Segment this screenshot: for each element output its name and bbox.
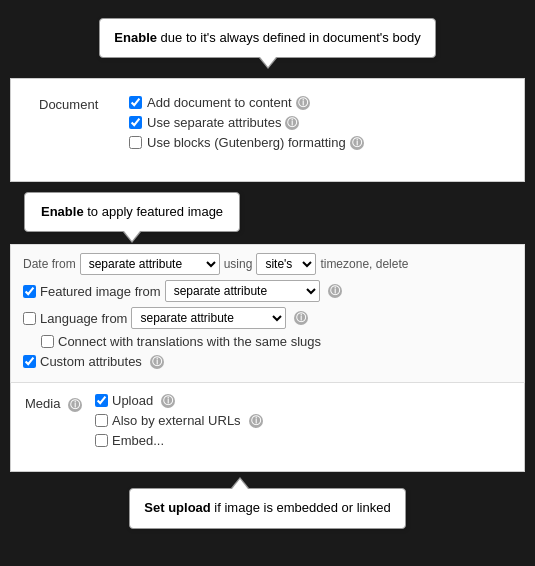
custom-attr-checkbox[interactable] (23, 355, 36, 368)
document-content: Add document to content ⓘ Use separate a… (129, 95, 496, 155)
external-row: Also by external URLs ⓘ (95, 413, 510, 428)
add-doc-label: Add document to content (147, 95, 292, 110)
translations-checkbox[interactable] (41, 335, 54, 348)
media-content: Upload ⓘ Also by external URLs ⓘ Embed..… (95, 393, 510, 453)
media-info-icon[interactable]: ⓘ (68, 398, 82, 412)
upload-label: Upload (112, 393, 153, 408)
tooltip-mid-bold: Enable (41, 204, 84, 219)
featured-row: Featured image from separate attribute ⓘ (23, 280, 512, 302)
featured-source-select[interactable]: separate attribute (165, 280, 320, 302)
translations-row: Connect with translations with the same … (23, 334, 512, 349)
tooltip-top-bold: Enable (114, 30, 157, 45)
delete-label: timezone, delete (320, 257, 408, 271)
blocks-label: Use blocks (Gutenberg) formatting (147, 135, 346, 150)
language-source-select[interactable]: separate attribute (131, 307, 286, 329)
custom-attr-label: Custom attributes (40, 354, 142, 369)
add-doc-row: Add document to content ⓘ (129, 95, 496, 110)
date-row: Date from separate attribute using site'… (23, 253, 512, 275)
sep-attr-checkbox[interactable] (129, 116, 142, 129)
document-label: Document (39, 95, 129, 112)
mid-panel: Date from separate attribute using site'… (10, 244, 525, 383)
media-label-container: Media ⓘ (25, 393, 95, 412)
sep-attr-label: Use separate attributes (147, 115, 281, 130)
featured-info-icon[interactable]: ⓘ (328, 284, 342, 298)
language-checkbox[interactable] (23, 312, 36, 325)
bottom-panel: Media ⓘ Upload ⓘ Also by external URLs ⓘ… (10, 383, 525, 472)
language-row: Language from separate attribute ⓘ (23, 307, 512, 329)
tooltip-bottom-bubble: Set upload if image is embedded or linke… (129, 488, 405, 528)
custom-attr-info-icon[interactable]: ⓘ (150, 355, 164, 369)
tooltip-mid-container: Enable to apply featured image (10, 192, 525, 244)
external-checkbox[interactable] (95, 414, 108, 427)
sep-attr-info-icon[interactable]: ⓘ (285, 116, 299, 130)
date-source-select[interactable]: separate attribute (80, 253, 220, 275)
tooltip-top-rest: due to it's always defined in document's… (157, 30, 421, 45)
blocks-checkbox[interactable] (129, 136, 142, 149)
language-info-icon[interactable]: ⓘ (294, 311, 308, 325)
upload-checkbox[interactable] (95, 394, 108, 407)
document-row: Document Add document to content ⓘ Use s… (39, 95, 496, 155)
media-row: Media ⓘ Upload ⓘ Also by external URLs ⓘ… (25, 389, 510, 457)
media-label-text: Media (25, 396, 60, 411)
external-info-icon[interactable]: ⓘ (249, 414, 263, 428)
embed-label: Embed... (112, 433, 164, 448)
tooltip-top-container: Enable due to it's always defined in doc… (10, 10, 525, 78)
translations-label: Connect with translations with the same … (58, 334, 321, 349)
featured-checkbox[interactable] (23, 285, 36, 298)
blocks-row: Use blocks (Gutenberg) formatting ⓘ (129, 135, 496, 150)
custom-attr-row: Custom attributes ⓘ (23, 354, 512, 369)
upload-row: Upload ⓘ (95, 393, 510, 408)
embed-checkbox[interactable] (95, 434, 108, 447)
add-doc-checkbox[interactable] (129, 96, 142, 109)
tooltip-mid-rest: to apply featured image (84, 204, 223, 219)
tooltip-bottom-bold: Set upload (144, 500, 210, 515)
embed-row: Embed... (95, 433, 510, 448)
tooltip-bottom-container: Set upload if image is embedded or linke… (10, 480, 525, 528)
featured-label: Featured image from (40, 284, 161, 299)
sep-attr-row: Use separate attributes ⓘ (129, 115, 496, 130)
external-label: Also by external URLs (112, 413, 241, 428)
language-label: Language from (40, 311, 127, 326)
tooltip-mid-bubble: Enable to apply featured image (24, 192, 240, 232)
add-doc-info-icon[interactable]: ⓘ (296, 96, 310, 110)
blocks-info-icon[interactable]: ⓘ (350, 136, 364, 150)
tooltip-bottom-rest: if image is embedded or linked (211, 500, 391, 515)
using-label: using (224, 257, 253, 271)
tooltip-top-bubble: Enable due to it's always defined in doc… (99, 18, 435, 58)
date-label: Date from (23, 257, 76, 271)
top-panel: Document Add document to content ⓘ Use s… (10, 78, 525, 182)
timezone-select[interactable]: site's (256, 253, 316, 275)
upload-info-icon[interactable]: ⓘ (161, 394, 175, 408)
